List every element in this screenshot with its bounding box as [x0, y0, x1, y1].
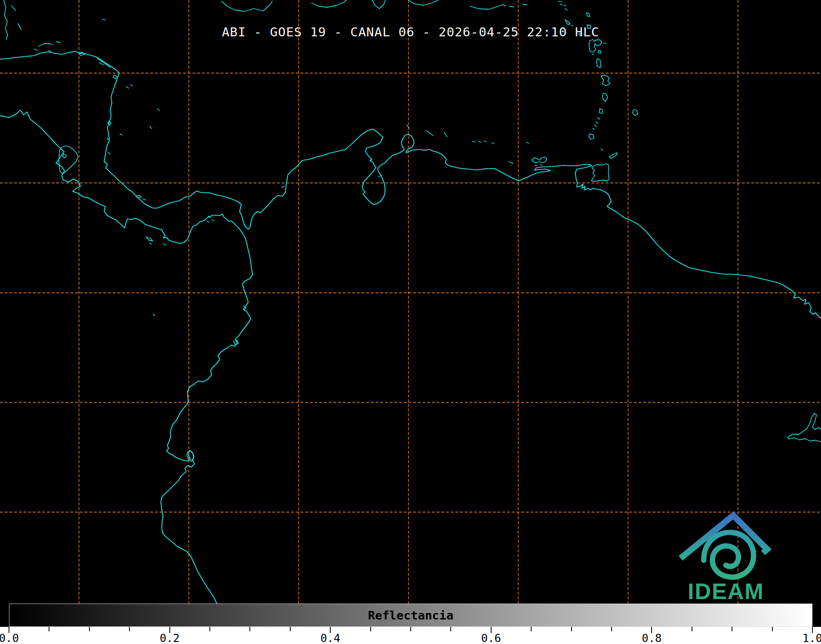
coastline-barbados [632, 109, 638, 116]
colorbar-tick-label: 0.2 [160, 632, 180, 644]
image-title: ABI - GOES 19 - CANAL 06 - 2026-04-25 22… [0, 25, 821, 39]
colorbar-tick-label: 1.0 [803, 632, 821, 644]
colorbar-minor-tick [249, 627, 250, 631]
colorbar-minor-tick [129, 627, 130, 631]
coastline-margarita-group [532, 149, 603, 166]
colorbar-minor-tick [611, 627, 612, 631]
coastline-st-vincent-grenadines [593, 109, 603, 129]
colorbar-minor-tick [410, 627, 411, 631]
colorbar-tick-label: 0.4 [320, 632, 340, 644]
coastline-aruba-curacao-bonaire [407, 125, 447, 137]
coastline-pacific-mainland-coast [0, 110, 253, 604]
coastline-guadeloupe-group [589, 40, 606, 55]
colorbar: Reflectancia [9, 604, 812, 627]
colorbar-minor-tick [571, 627, 572, 631]
coastline-amazon-mouth [788, 413, 821, 442]
coastline-lake-nicaragua [59, 146, 78, 174]
axis-band: 0.00.20.40.60.81.0 [0, 627, 821, 644]
coastline-west-caribbean-islets [120, 85, 284, 187]
colorbar-minor-tick [531, 627, 532, 631]
coastline-malpelo-island [153, 314, 155, 316]
colorbar-minor-tick [692, 627, 692, 631]
coastline-venezuelan-islets [473, 141, 529, 163]
colorbar-tick-label: 0.0 [0, 632, 19, 644]
colorbar-minor-tick [772, 627, 773, 631]
coastline-dominica [596, 58, 601, 68]
colorbar-minor-tick [370, 627, 371, 631]
ideam-logo-text: IDEAM [688, 579, 764, 604]
colorbar-minor-tick [450, 627, 451, 631]
colorbar-minor-tick [89, 627, 90, 631]
colorbar-tick-label: 0.6 [481, 632, 501, 644]
colorbar-minor-tick [209, 627, 210, 631]
ideam-logo-spiral-icon [704, 533, 754, 577]
colorbar-label: Reflectancia [9, 604, 812, 627]
coastline-tobago [609, 153, 617, 158]
latlon-grid [0, 0, 821, 627]
coastline-caribbean-mainland-coast [0, 51, 821, 318]
coastline-martinique [601, 75, 610, 86]
satellite-image-viewport: IDEAM ABI - GOES 19 - CANAL 06 - 2026-04… [0, 0, 821, 644]
colorbar-minor-tick [732, 627, 732, 631]
coastline-honduras-lagoons [79, 52, 110, 67]
coastline-hispaniola-south-coast [311, 0, 438, 9]
coastline-trinidad [588, 164, 609, 181]
coastline-jamaica-south-coast [222, 1, 272, 11]
coastline-panama-islands [136, 195, 214, 245]
ideam-logo: IDEAM [681, 515, 767, 604]
colorbar-tick-label: 0.8 [642, 632, 662, 644]
colorbar-minor-tick [290, 627, 291, 631]
colorbar-minor-tick [49, 627, 49, 631]
coastline-grenada [589, 134, 594, 139]
map-canvas: IDEAM [0, 0, 821, 627]
coastlines-layer [0, 0, 821, 604]
coastline-st-lucia [603, 93, 607, 101]
